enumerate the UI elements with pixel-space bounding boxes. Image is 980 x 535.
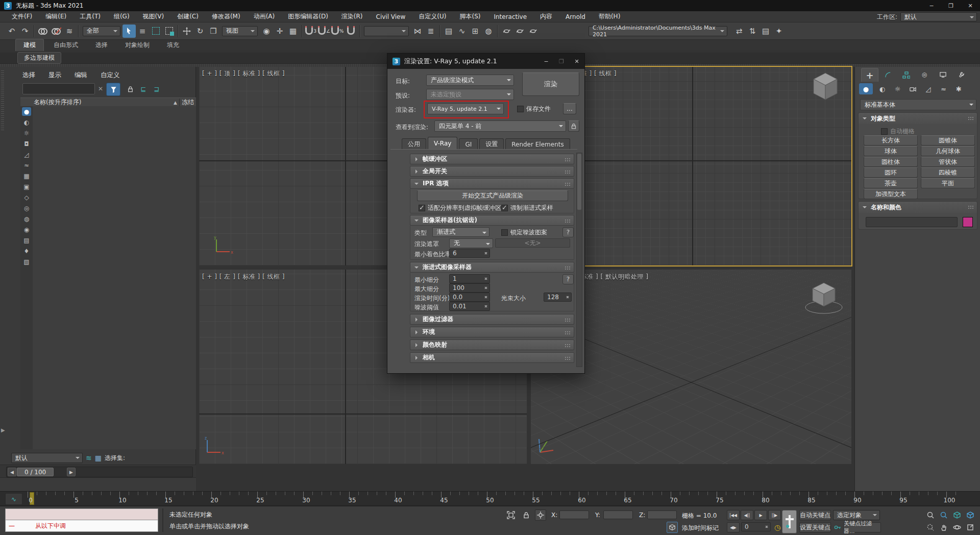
max-subdivs-spinner[interactable]: 100 — [449, 283, 490, 293]
angle-snap-toggle-icon[interactable]: ∠ — [317, 25, 331, 38]
object-button-管状体[interactable]: 管状体 — [921, 157, 975, 167]
display-spacewarps-icon[interactable]: ≈ — [22, 161, 31, 169]
bind-to-spacewarp-icon[interactable]: ≋ — [63, 25, 76, 38]
selection-filter-dropdown[interactable]: 全部 — [83, 26, 120, 36]
sort-view-icon[interactable]: ⊒ — [150, 83, 163, 95]
view-to-render-dropdown[interactable]: 四元菜单 4 - 前 — [434, 120, 566, 132]
object-button-茶壶[interactable]: 茶壶 — [864, 178, 918, 188]
modify-tab-icon[interactable] — [879, 68, 896, 81]
window-crossing-icon[interactable] — [162, 25, 176, 38]
menu-item-15[interactable]: Arnold — [559, 12, 592, 22]
previous-frame-arrow[interactable]: ◀ — [8, 468, 16, 476]
undo-icon[interactable]: ↶ — [5, 25, 18, 38]
track-bar[interactable]: ∿ 05101520253035404550556065707580859095… — [0, 491, 980, 505]
menu-item-10[interactable]: Civil View — [370, 12, 412, 22]
schematic-view-icon[interactable]: ⊞ — [469, 25, 482, 38]
selection-lock-icon[interactable] — [521, 510, 532, 520]
set-key-big-button[interactable] — [782, 510, 797, 533]
spinner-snap-toggle-icon[interactable] — [344, 25, 357, 38]
dialog-tab-GI[interactable]: GI — [459, 138, 478, 150]
utilities-tab-icon[interactable] — [953, 68, 969, 81]
dialog-scrollbar-thumb[interactable] — [577, 154, 581, 210]
unlink-selection-icon[interactable] — [50, 25, 63, 38]
poly-modeling-button[interactable]: 多边形建模 — [17, 52, 61, 64]
save-container-icon[interactable]: ✦ — [772, 25, 786, 38]
select-and-manipulate-icon[interactable]: ✛ — [273, 25, 286, 38]
menu-item-9[interactable]: 渲染(R) — [335, 11, 370, 22]
camera-rollout[interactable]: 相机 — [410, 352, 574, 363]
object-button-几何球体[interactable]: 几何球体 — [921, 146, 975, 156]
progressive-help-button[interactable]: ? — [562, 274, 574, 284]
render-mask-dropdown[interactable]: 无 — [449, 238, 493, 248]
ribbon-tab-1[interactable]: 自由形式 — [46, 39, 86, 51]
object-color-swatch[interactable] — [963, 217, 973, 227]
force-progressive-checkbox[interactable]: 强制渐进式采样 — [501, 204, 553, 212]
menu-item-1[interactable]: 编辑(E) — [39, 11, 73, 22]
zoom-extents-icon[interactable] — [951, 510, 963, 520]
color-mapping-rollout[interactable]: 颜色映射 — [410, 339, 574, 350]
display-groups-icon[interactable]: ▦ — [22, 172, 31, 180]
y-coordinate-field[interactable] — [603, 510, 633, 519]
view-lock-icon[interactable] — [568, 120, 579, 132]
menu-item-2[interactable]: 工具(T) — [73, 11, 107, 22]
helpers-category-icon[interactable]: ◿ — [921, 83, 935, 94]
curve-editor-icon[interactable]: ∿ — [455, 25, 469, 38]
systems-category-icon[interactable]: ✱ — [952, 83, 966, 94]
target-dropdown[interactable]: 产品级渲染模式 — [426, 75, 514, 86]
select-by-name-icon[interactable]: ≡ — [136, 25, 149, 38]
dialog-tab-公用[interactable]: 公用 — [402, 138, 426, 150]
menu-item-13[interactable]: Interactive — [487, 12, 533, 22]
ray-bundle-spinner[interactable]: 128 — [544, 293, 572, 302]
display-hidden-icon[interactable]: ♦ — [22, 247, 31, 255]
menu-item-0[interactable]: 文件(F) — [5, 11, 39, 22]
start-interactive-render-button[interactable]: 开始交互式产品级渲染 — [417, 190, 568, 201]
zoom-icon[interactable] — [925, 510, 936, 520]
explorer-menu-3[interactable]: 自定义 — [101, 71, 120, 80]
shapes-category-icon[interactable]: ◐ — [875, 83, 889, 94]
frozen-column-header[interactable]: 冻结 — [182, 98, 194, 107]
fit-resolution-checkbox[interactable]: 适配分辨率到虚拟帧缓冲区 — [419, 204, 501, 212]
spacewarps-category-icon[interactable]: ≈ — [937, 83, 950, 94]
maximize-viewport-icon[interactable] — [965, 522, 976, 532]
dialog-tab-设置[interactable]: 设置 — [479, 138, 504, 150]
viewport-left-label[interactable]: [ + ] [ 左 ] [ 标准 ] [ 线框 ] — [202, 273, 285, 281]
menu-item-4[interactable]: 视图(V) — [136, 11, 171, 22]
display-bones-icon[interactable]: ◇ — [22, 193, 31, 202]
layer-manager-icon[interactable]: ▤ — [442, 25, 455, 38]
playback-button-1[interactable]: ◀|| — [741, 510, 753, 520]
select-and-rotate-icon[interactable]: ↻ — [193, 25, 207, 38]
render-setup-icon[interactable] — [500, 25, 513, 38]
select-object-icon[interactable] — [122, 25, 136, 38]
viewcube-compass-icon[interactable] — [803, 276, 844, 318]
motion-tab-icon[interactable]: ◎ — [916, 68, 933, 81]
object-button-球体[interactable]: 球体 — [864, 146, 918, 156]
object-button-圆柱体[interactable]: 圆柱体 — [864, 157, 918, 167]
object-button-四棱锥[interactable]: 四棱锥 — [921, 167, 975, 178]
menu-item-8[interactable]: 图形编辑器(D) — [281, 11, 335, 22]
set-key-button[interactable]: 设置关键点 — [799, 522, 831, 532]
ribbon-tab-2[interactable]: 选择 — [88, 39, 115, 51]
menu-item-5[interactable]: 创建(C) — [170, 11, 205, 22]
dialog-close-button[interactable]: ✕ — [569, 54, 584, 69]
object-button-圆锥体[interactable]: 圆锥体 — [921, 135, 975, 145]
panel-expander-icon[interactable]: ▶ — [1, 427, 5, 433]
next-frame-arrow[interactable]: ▶ — [67, 468, 76, 476]
category-dropdown[interactable]: 标准基本体 — [860, 99, 976, 110]
panel-grip[interactable] — [1, 69, 4, 130]
frame-step-icon[interactable]: ◀▶ — [727, 522, 740, 532]
lights-category-icon[interactable]: ☼ — [891, 83, 904, 94]
auto-key-button[interactable]: 自动关键点 — [799, 510, 831, 520]
zoom-region-icon[interactable] — [925, 522, 936, 532]
zoom-all-icon[interactable] — [938, 510, 949, 520]
ribbon-tab-4[interactable]: 填充 — [159, 39, 187, 51]
select-and-link-icon[interactable] — [36, 25, 50, 38]
image-sampler-rollout[interactable]: 图像采样器(抗锯齿) — [410, 215, 574, 226]
geometry-category-icon[interactable]: ● — [859, 83, 873, 94]
object-button-圆环[interactable]: 圆环 — [864, 167, 918, 178]
select-and-move-icon[interactable] — [180, 25, 193, 38]
menu-item-7[interactable]: 动画(A) — [247, 11, 282, 22]
dialog-title-bar[interactable]: 3 渲染设置: V-Ray 5, update 2.1 ─ ❐ ✕ — [387, 54, 584, 69]
dialog-tab-Render Elements[interactable]: Render Elements — [505, 138, 570, 150]
name-color-header[interactable]: 名称和颜色 — [859, 202, 977, 213]
progressive-sampler-rollout[interactable]: 渐进式图像采样器 — [410, 262, 574, 273]
